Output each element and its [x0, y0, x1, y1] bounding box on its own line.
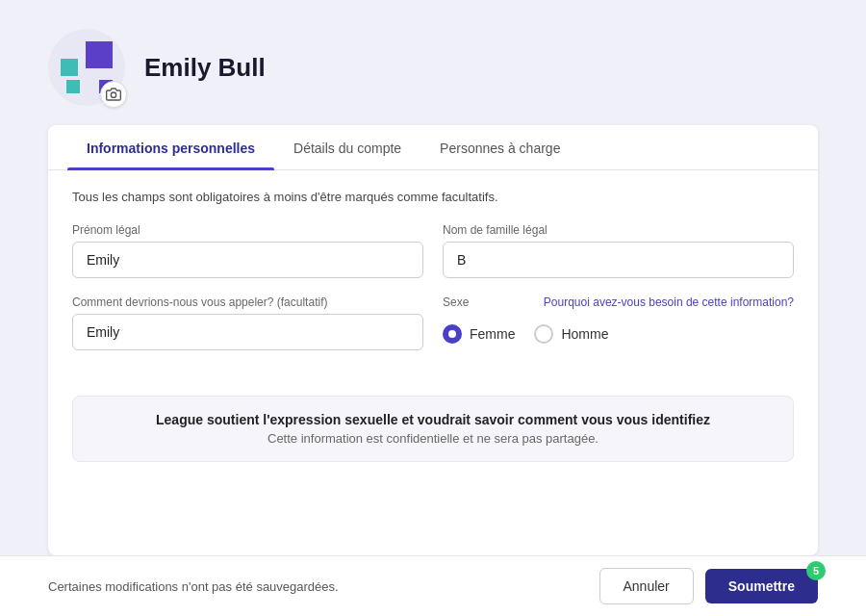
- camera-icon: [106, 87, 121, 102]
- last-name-input[interactable]: [443, 242, 794, 278]
- league-banner-title: League soutient l'expression sexuelle et…: [92, 412, 774, 427]
- gender-male-radio[interactable]: [534, 324, 553, 344]
- nickname-input[interactable]: [72, 314, 423, 350]
- nickname-label: Comment devrions-nous vous appeler? (fac…: [72, 295, 423, 309]
- avatar-container: [48, 29, 125, 106]
- block-purple-large: [86, 41, 113, 68]
- form-hint: Tous les champs sont obligatoires à moin…: [72, 190, 794, 204]
- block-teal-small: [66, 80, 80, 93]
- gender-info-link[interactable]: Pourquoi avez-vous besoin de cette infor…: [544, 295, 794, 309]
- form-content: Tous les champs sont obligatoires à moin…: [48, 170, 818, 388]
- gender-male-label: Homme: [561, 326, 608, 342]
- footer-actions: Annuler Soumettre 5: [599, 568, 819, 604]
- camera-button[interactable]: [100, 81, 127, 108]
- tabs-bar: Informations personnelles Détails du com…: [48, 125, 818, 170]
- gender-header: Sexe Pourquoi avez-vous besoin de cette …: [443, 295, 794, 309]
- submit-badge: 5: [806, 561, 826, 580]
- main-card: Informations personnelles Détails du com…: [48, 125, 818, 555]
- submit-button[interactable]: Soumettre: [705, 569, 818, 603]
- gender-options: Femme Homme: [443, 317, 794, 351]
- gender-label: Sexe: [443, 295, 469, 309]
- first-name-label: Prénom légal: [72, 223, 423, 237]
- footer-bar: Certaines modifications n'ont pas été sa…: [0, 555, 866, 616]
- gender-male-option[interactable]: Homme: [534, 324, 608, 344]
- submit-button-wrapper: Soumettre 5: [705, 569, 818, 603]
- gender-field: Sexe Pourquoi avez-vous besoin de cette …: [443, 295, 794, 351]
- svg-point-0: [111, 92, 115, 97]
- last-name-field: Nom de famille légal: [443, 223, 794, 278]
- profile-name: Emily Bull: [144, 53, 266, 83]
- league-banner: League soutient l'expression sexuelle et…: [72, 396, 794, 462]
- cancel-button[interactable]: Annuler: [599, 568, 694, 604]
- profile-header: Emily Bull: [0, 0, 866, 125]
- gender-female-radio[interactable]: [443, 324, 462, 344]
- league-banner-subtitle: Cette information est confidentielle et …: [92, 431, 774, 446]
- nickname-field: Comment devrions-nous vous appeler? (fac…: [72, 295, 423, 351]
- nickname-gender-row: Comment devrions-nous vous appeler? (fac…: [72, 295, 794, 351]
- tab-personal[interactable]: Informations personnelles: [67, 125, 274, 169]
- gender-female-option[interactable]: Femme: [443, 324, 515, 344]
- block-teal: [61, 59, 78, 76]
- name-row: Prénom légal Nom de famille légal: [72, 223, 794, 278]
- tab-dependents[interactable]: Personnes à charge: [420, 125, 579, 169]
- first-name-input[interactable]: [72, 242, 423, 278]
- tab-account[interactable]: Détails du compte: [274, 125, 420, 169]
- footer-warning: Certaines modifications n'ont pas été sa…: [48, 579, 339, 594]
- last-name-label: Nom de famille légal: [443, 223, 794, 237]
- first-name-field: Prénom légal: [72, 223, 423, 278]
- gender-female-label: Femme: [470, 326, 515, 342]
